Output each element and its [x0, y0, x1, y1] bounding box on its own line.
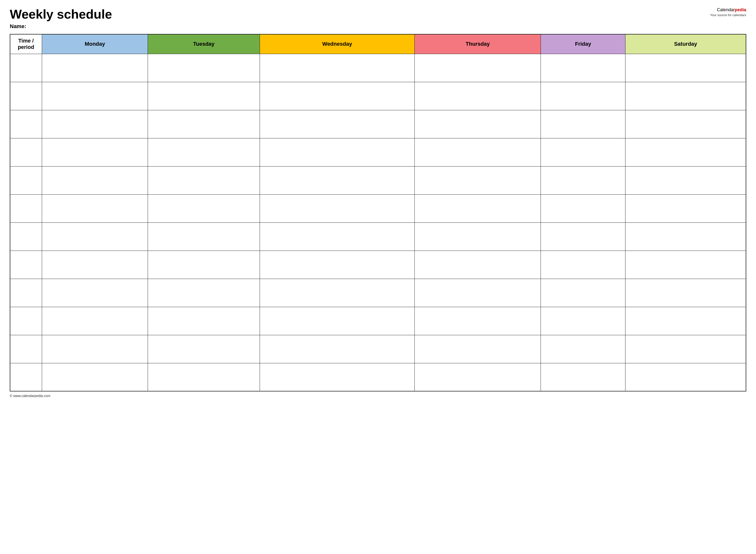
schedule-cell[interactable]	[42, 251, 148, 279]
schedule-cell[interactable]	[415, 166, 541, 195]
schedule-cell[interactable]	[260, 363, 415, 391]
schedule-cell[interactable]	[42, 110, 148, 138]
schedule-cell[interactable]	[148, 54, 260, 82]
schedule-cell[interactable]	[626, 251, 746, 279]
schedule-cell[interactable]	[42, 195, 148, 222]
schedule-cell[interactable]	[541, 82, 626, 110]
schedule-cell[interactable]	[626, 54, 746, 82]
header-row: Time / period Monday Tuesday Wednesday T…	[10, 34, 746, 54]
schedule-cell[interactable]	[42, 335, 148, 363]
table-row	[10, 307, 746, 335]
table-row	[10, 363, 746, 391]
schedule-cell[interactable]	[541, 110, 626, 138]
schedule-cell[interactable]	[415, 335, 541, 363]
time-cell[interactable]	[10, 54, 42, 82]
schedule-cell[interactable]	[626, 222, 746, 251]
schedule-cell[interactable]	[626, 307, 746, 335]
schedule-cell[interactable]	[626, 166, 746, 195]
schedule-cell[interactable]	[148, 222, 260, 251]
time-cell[interactable]	[10, 138, 42, 166]
time-cell[interactable]	[10, 166, 42, 195]
schedule-cell[interactable]	[42, 138, 148, 166]
schedule-cell[interactable]	[626, 195, 746, 222]
schedule-cell[interactable]	[415, 138, 541, 166]
schedule-cell[interactable]	[148, 251, 260, 279]
schedule-cell[interactable]	[541, 307, 626, 335]
time-cell[interactable]	[10, 251, 42, 279]
schedule-cell[interactable]	[626, 279, 746, 307]
schedule-cell[interactable]	[415, 82, 541, 110]
table-row	[10, 54, 746, 82]
schedule-cell[interactable]	[148, 138, 260, 166]
schedule-cell[interactable]	[541, 195, 626, 222]
schedule-cell[interactable]	[260, 195, 415, 222]
schedule-cell[interactable]	[260, 166, 415, 195]
schedule-cell[interactable]	[415, 110, 541, 138]
schedule-cell[interactable]	[260, 251, 415, 279]
schedule-cell[interactable]	[42, 307, 148, 335]
schedule-cell[interactable]	[626, 138, 746, 166]
schedule-cell[interactable]	[42, 279, 148, 307]
schedule-cell[interactable]	[148, 279, 260, 307]
table-row	[10, 335, 746, 363]
schedule-cell[interactable]	[415, 251, 541, 279]
schedule-cell[interactable]	[260, 110, 415, 138]
schedule-cell[interactable]	[260, 222, 415, 251]
schedule-cell[interactable]	[415, 222, 541, 251]
logo-pedia-text: pedia	[735, 7, 746, 12]
schedule-cell[interactable]	[626, 335, 746, 363]
schedule-cell[interactable]	[626, 82, 746, 110]
time-cell[interactable]	[10, 82, 42, 110]
schedule-cell[interactable]	[260, 138, 415, 166]
schedule-cell[interactable]	[260, 307, 415, 335]
schedule-cell[interactable]	[541, 335, 626, 363]
table-row	[10, 279, 746, 307]
time-cell[interactable]	[10, 279, 42, 307]
schedule-cell[interactable]	[626, 110, 746, 138]
schedule-cell[interactable]	[415, 307, 541, 335]
schedule-cell[interactable]	[42, 82, 148, 110]
schedule-cell[interactable]	[415, 195, 541, 222]
col-header-time: Time / period	[10, 34, 42, 54]
time-cell[interactable]	[10, 335, 42, 363]
schedule-cell[interactable]	[148, 335, 260, 363]
table-row	[10, 222, 746, 251]
schedule-cell[interactable]	[148, 166, 260, 195]
schedule-cell[interactable]	[42, 222, 148, 251]
schedule-cell[interactable]	[541, 251, 626, 279]
time-cell[interactable]	[10, 195, 42, 222]
schedule-cell[interactable]	[415, 54, 541, 82]
schedule-cell[interactable]	[626, 363, 746, 391]
time-cell[interactable]	[10, 307, 42, 335]
footer-url: © www.calendarpedia.com	[10, 394, 50, 398]
schedule-cell[interactable]	[148, 363, 260, 391]
schedule-cell[interactable]	[148, 82, 260, 110]
page-header: Weekly schedule Name: Calendarpedia Your…	[10, 7, 746, 30]
table-row	[10, 82, 746, 110]
time-cell[interactable]	[10, 222, 42, 251]
schedule-cell[interactable]	[260, 335, 415, 363]
schedule-cell[interactable]	[260, 54, 415, 82]
table-row	[10, 195, 746, 222]
schedule-cell[interactable]	[541, 363, 626, 391]
schedule-cell[interactable]	[148, 110, 260, 138]
schedule-cell[interactable]	[541, 138, 626, 166]
schedule-cell[interactable]	[42, 166, 148, 195]
schedule-cell[interactable]	[415, 279, 541, 307]
time-cell[interactable]	[10, 363, 42, 391]
schedule-cell[interactable]	[415, 363, 541, 391]
schedule-cell[interactable]	[541, 166, 626, 195]
schedule-cell[interactable]	[260, 279, 415, 307]
logo-section: Calendarpedia Your source for calendars	[710, 7, 746, 17]
schedule-cell[interactable]	[148, 195, 260, 222]
schedule-cell[interactable]	[541, 54, 626, 82]
schedule-cell[interactable]	[148, 307, 260, 335]
page-title: Weekly schedule	[10, 7, 705, 21]
schedule-cell[interactable]	[42, 54, 148, 82]
schedule-cell[interactable]	[260, 82, 415, 110]
schedule-cell[interactable]	[541, 222, 626, 251]
schedule-cell[interactable]	[42, 363, 148, 391]
schedule-cell[interactable]	[541, 279, 626, 307]
col-header-friday: Friday	[541, 34, 626, 54]
time-cell[interactable]	[10, 110, 42, 138]
